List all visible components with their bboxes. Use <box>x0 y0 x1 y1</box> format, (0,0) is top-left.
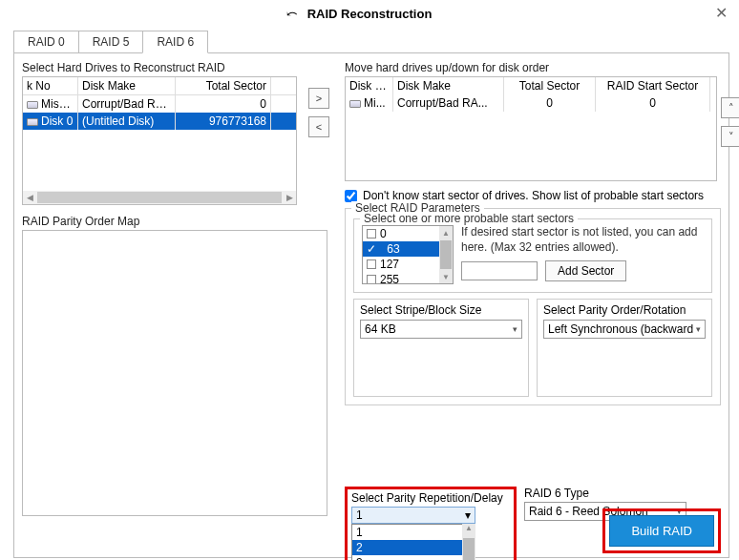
cell: 0 <box>176 95 271 113</box>
cell: (Untitled Disk) <box>78 113 176 130</box>
parity-repetition-box: Select Parity Repetition/Delay 1 ▾ 1 2 3… <box>345 487 517 560</box>
back-icon[interactable]: ⤺ <box>286 6 298 21</box>
col-diskmake[interactable]: Disk Make <box>393 77 504 94</box>
sector-value: 0 <box>380 227 387 240</box>
cell: Corrupt/Bad RA... <box>78 95 176 113</box>
chevron-down-icon: ▾ <box>465 508 471 522</box>
list-item[interactable]: 2 <box>352 540 475 555</box>
cell: Mi... <box>364 96 386 110</box>
move-left-button[interactable]: < <box>308 116 329 137</box>
select-drives-label: Select Hard Drives to Reconstruct RAID <box>22 61 316 74</box>
chevron-down-icon: ▾ <box>696 324 701 334</box>
parity-map-label: RAID Parity Order Map <box>22 215 316 228</box>
tab-raid5[interactable]: RAID 5 <box>78 31 144 53</box>
rotation-value: Left Synchronous (backward <box>548 322 693 336</box>
vertical-scrollbar[interactable]: ▲▼ <box>439 226 453 283</box>
drive-icon <box>27 101 38 109</box>
table-row[interactable]: Mi... Corrupt/Bad RA... 0 0 <box>346 94 716 112</box>
col-totalsector[interactable]: Total Sector <box>504 77 596 94</box>
table-row[interactable]: Missing... Corrupt/Bad RA... 0 <box>23 95 296 113</box>
window-title: RAID Reconstruction <box>307 7 433 21</box>
stripe-label: Select Stripe/Block Size <box>360 303 522 317</box>
sectors-legend: Select one or more probable start sector… <box>360 212 578 225</box>
cell: 0 <box>596 94 710 112</box>
scroll-left-icon[interactable]: ◀ <box>23 191 36 204</box>
cell: Missing... <box>41 97 78 111</box>
vertical-scrollbar[interactable]: ▲ <box>462 524 475 560</box>
order-label: Move hard drives up/down for disk order <box>345 61 721 74</box>
col-startsector[interactable]: RAID Start Sector <box>596 77 710 94</box>
build-raid-button[interactable]: Build RAID <box>609 515 714 547</box>
raid6-type-label: RAID 6 Type <box>524 487 721 500</box>
list-item[interactable]: 1 <box>352 525 475 540</box>
drive-icon <box>349 100 361 108</box>
rotation-box: Select Parity Order/Rotation Left Synchr… <box>537 299 712 397</box>
dont-know-start-checkbox[interactable] <box>345 190 357 202</box>
scroll-right-icon[interactable]: ▶ <box>283 191 296 204</box>
cell: Disk 0 <box>41 114 73 128</box>
move-up-button[interactable]: ˄ <box>721 97 739 118</box>
sector-hint: If desired start sector is not listed, y… <box>461 225 704 255</box>
rotation-select[interactable]: Left Synchronous (backward ▾ <box>543 320 706 339</box>
sector-value: 63 <box>387 242 399 256</box>
stripe-select[interactable]: 64 KB ▾ <box>360 320 522 339</box>
chevron-down-icon: ▾ <box>513 324 517 334</box>
sector-value: 255 <box>380 273 399 284</box>
parity-map <box>22 230 327 516</box>
parity-rep-value: 1 <box>356 508 363 522</box>
tab-raid0[interactable]: RAID 0 <box>13 31 79 53</box>
order-drive-table: Disk No Disk Make Total Sector RAID Star… <box>345 76 717 181</box>
dont-know-label: Don't know start sector of drives. Show … <box>363 189 704 202</box>
parity-rep-select[interactable]: 1 ▾ <box>351 507 475 524</box>
tab-bar: RAID 0 RAID 5 RAID 6 <box>13 31 739 53</box>
stripe-box: Select Stripe/Block Size 64 KB ▾ <box>353 299 529 397</box>
rotation-label: Select Parity Order/Rotation <box>543 303 706 317</box>
add-sector-button[interactable]: Add Sector <box>545 260 626 281</box>
col-diskno[interactable]: Disk No <box>346 77 393 94</box>
horizontal-scrollbar[interactable]: ◀ ▶ <box>23 191 296 204</box>
parity-rep-dropdown[interactable]: 1 2 3 4 <box>351 524 475 560</box>
cell: 976773168 <box>176 113 271 130</box>
sector-value: 127 <box>380 258 399 271</box>
tab-raid6[interactable]: RAID 6 <box>142 31 208 53</box>
close-icon[interactable]: ✕ <box>715 4 728 22</box>
table-row[interactable]: Disk 0 (Untitled Disk) 976773168 <box>23 113 296 130</box>
drive-icon <box>27 118 38 126</box>
col-diskmake[interactable]: Disk Make <box>78 77 176 94</box>
move-right-button[interactable]: > <box>308 88 329 109</box>
list-item[interactable]: 3 <box>352 555 475 560</box>
stripe-value: 64 KB <box>365 322 396 336</box>
start-sector-list[interactable]: 0 ✓ 63 127 255 ▲▼ <box>362 225 454 284</box>
parity-rep-label: Select Parity Repetition/Delay <box>351 491 510 505</box>
cell: 0 <box>504 94 596 112</box>
source-drive-table: k No Disk Make Total Sector Missing... C… <box>22 76 297 205</box>
col-diskno[interactable]: k No <box>23 77 78 94</box>
add-sector-input[interactable] <box>461 261 538 280</box>
cell: Corrupt/Bad RA... <box>393 94 504 112</box>
move-down-button[interactable]: ˅ <box>721 126 739 147</box>
col-totalsector[interactable]: Total Sector <box>176 77 271 94</box>
scroll-thumb[interactable] <box>37 192 282 203</box>
